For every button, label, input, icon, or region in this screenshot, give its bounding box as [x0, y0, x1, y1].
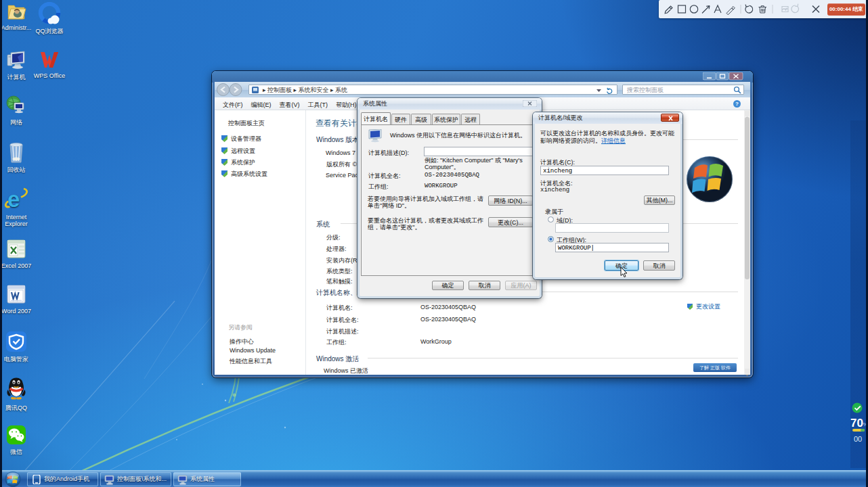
svg-text:00: 00 [854, 435, 862, 443]
svg-text:70: 70 [850, 417, 863, 430]
